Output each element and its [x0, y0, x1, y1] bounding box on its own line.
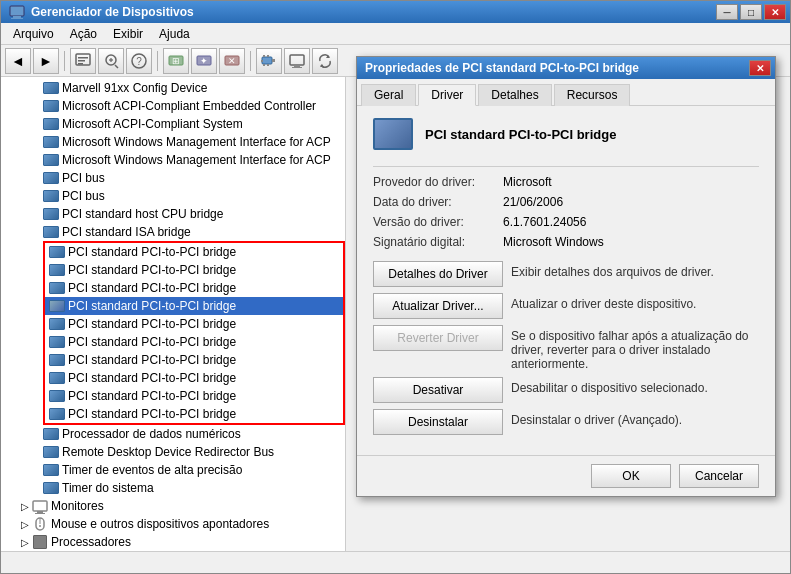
device-icon [43, 444, 59, 460]
tree-item-processadores[interactable]: ▷ Processadores [1, 533, 345, 551]
scan-button[interactable] [98, 48, 124, 74]
menu-acao[interactable]: Ação [62, 25, 105, 43]
main-title-bar: Gerenciador de Dispositivos ─ □ ✕ [1, 1, 790, 23]
tree-item-pci-bridge-2[interactable]: PCI standard PCI-to-PCI bridge [45, 261, 343, 279]
tree-item[interactable]: PCI bus [1, 187, 345, 205]
menu-arquivo[interactable]: Arquivo [5, 25, 62, 43]
expand-icon: ▷ [21, 519, 29, 530]
svg-rect-26 [290, 55, 304, 65]
tree-item-host-cpu-bridge[interactable]: PCI standard host CPU bridge [1, 205, 345, 223]
svg-text:✕: ✕ [228, 56, 236, 66]
tab-driver[interactable]: Driver [418, 84, 476, 106]
properties-button[interactable] [70, 48, 96, 74]
tree-item[interactable]: Microsoft ACPI-Compliant System [1, 115, 345, 133]
title-bar-controls: ─ □ ✕ [716, 4, 786, 20]
tree-item-pci-bridge-1[interactable]: PCI standard PCI-to-PCI bridge [45, 243, 343, 261]
tab-detalhes[interactable]: Detalhes [478, 84, 551, 106]
tree-item-mouse[interactable]: ▷ Mouse e outros dispositivos apontadore… [1, 515, 345, 533]
device-icon [43, 116, 59, 132]
device-icon [43, 188, 59, 204]
dialog-footer: OK Cancelar [357, 455, 775, 496]
device-icon [43, 224, 59, 240]
details-driver-button[interactable]: Detalhes do Driver [373, 261, 503, 287]
category-icon [32, 498, 48, 514]
button-row-revert: Reverter Driver Se o dispositivo falhar … [373, 325, 759, 371]
tree-item-monitores[interactable]: ▷ Monitores [1, 497, 345, 515]
cancel-button[interactable]: Cancelar [679, 464, 759, 488]
tree-item-timer-alta[interactable]: Timer de eventos de alta precisão [1, 461, 345, 479]
pci-bridge-group: PCI standard PCI-to-PCI bridge PCI stand… [43, 241, 345, 425]
svg-rect-24 [263, 64, 265, 66]
info-row-date: Data do driver: 21/06/2006 [373, 195, 759, 209]
tree-item-label: Microsoft Windows Management Interface f… [62, 135, 331, 149]
svg-rect-22 [263, 55, 265, 57]
tree-item-pci-bridge-9[interactable]: PCI standard PCI-to-PCI bridge [45, 387, 343, 405]
ok-button[interactable]: OK [591, 464, 671, 488]
svg-rect-27 [294, 65, 300, 67]
tab-geral[interactable]: Geral [361, 84, 416, 106]
svg-rect-20 [272, 59, 275, 62]
tree-item-isa-bridge[interactable]: PCI standard ISA bridge [1, 223, 345, 241]
refresh-button[interactable] [312, 48, 338, 74]
device-icon [49, 370, 65, 386]
dialog-content: PCI standard PCI-to-PCI bridge Provedor … [357, 106, 775, 455]
tree-item-pci-bridge-3[interactable]: PCI standard PCI-to-PCI bridge [45, 279, 343, 297]
svg-rect-23 [267, 55, 269, 57]
remove-button[interactable]: ✕ [219, 48, 245, 74]
dialog-device-name: PCI standard PCI-to-PCI bridge [425, 127, 616, 142]
tree-item-label: Mouse e outros dispositivos apontadores [51, 517, 269, 531]
tree-item-label: Microsoft ACPI-Compliant System [62, 117, 243, 131]
help-button[interactable]: ? [126, 48, 152, 74]
tree-item[interactable]: Microsoft Windows Management Interface f… [1, 151, 345, 169]
category-icon [32, 534, 48, 550]
tree-item-pci-bridge-4-selected[interactable]: PCI standard PCI-to-PCI bridge [45, 297, 343, 315]
tree-item-dados-numericos[interactable]: Processador de dados numéricos [1, 425, 345, 443]
tab-recursos[interactable]: Recursos [554, 84, 631, 106]
update-driver-button[interactable]: Atualizar Driver... [373, 293, 503, 319]
tree-item-label: Marvell 91xx Config Device [62, 81, 207, 95]
display-button[interactable] [284, 48, 310, 74]
device-tree[interactable]: Marvell 91xx Config Device Microsoft ACP… [1, 77, 346, 551]
tree-item-label: PCI standard ISA bridge [62, 225, 191, 239]
tree-item[interactable]: Marvell 91xx Config Device [1, 79, 345, 97]
tree-item-pci-bridge-6[interactable]: PCI standard PCI-to-PCI bridge [45, 333, 343, 351]
expand-icon: ▷ [21, 501, 29, 512]
tree-item-timer-sistema[interactable]: Timer do sistema [1, 479, 345, 497]
maximize-button[interactable]: □ [740, 4, 762, 20]
tree-item-label: PCI standard PCI-to-PCI bridge [68, 389, 236, 403]
tree-item-label: Timer do sistema [62, 481, 154, 495]
tree-item-pci-bridge-10[interactable]: PCI standard PCI-to-PCI bridge [45, 405, 343, 423]
tree-item[interactable]: Microsoft Windows Management Interface f… [1, 133, 345, 151]
tree-item-label: Timer de eventos de alta precisão [62, 463, 242, 477]
svg-rect-4 [78, 57, 88, 59]
properties-dialog: Propriedades de PCI standard PCI-to-PCI … [356, 56, 776, 497]
dialog-close-button[interactable]: ✕ [749, 60, 771, 76]
device-icon [43, 426, 59, 442]
close-button[interactable]: ✕ [764, 4, 786, 20]
tree-item[interactable]: PCI bus [1, 169, 345, 187]
hardware-button[interactable] [256, 48, 282, 74]
svg-rect-1 [13, 16, 21, 18]
update-button[interactable]: ⊞ [163, 48, 189, 74]
tree-item-pci-bridge-7[interactable]: PCI standard PCI-to-PCI bridge [45, 351, 343, 369]
tree-item-pci-bridge-8[interactable]: PCI standard PCI-to-PCI bridge [45, 369, 343, 387]
svg-rect-0 [10, 6, 24, 16]
menu-exibir[interactable]: Exibir [105, 25, 151, 43]
minimize-button[interactable]: ─ [716, 4, 738, 20]
tree-item-label: PCI standard PCI-to-PCI bridge [68, 407, 236, 421]
back-button[interactable]: ◄ [5, 48, 31, 74]
info-table: Provedor do driver: Microsoft Data do dr… [373, 175, 759, 249]
disable-device-button[interactable]: Desativar [373, 377, 503, 403]
tree-item-pci-bridge-5[interactable]: PCI standard PCI-to-PCI bridge [45, 315, 343, 333]
uninstall-driver-button[interactable]: Desinstalar [373, 409, 503, 435]
tree-item[interactable]: Microsoft ACPI-Compliant Embedded Contro… [1, 97, 345, 115]
menu-ajuda[interactable]: Ajuda [151, 25, 198, 43]
revert-driver-desc: Se o dispositivo falhar após a atualizaç… [511, 325, 759, 371]
device-icon [49, 244, 65, 260]
forward-button[interactable]: ► [33, 48, 59, 74]
tree-item-rdp-bus[interactable]: Remote Desktop Device Redirector Bus [1, 443, 345, 461]
separator [373, 166, 759, 167]
rollback-button[interactable]: ✦ [191, 48, 217, 74]
tree-item-label: PCI standard PCI-to-PCI bridge [68, 317, 236, 331]
revert-driver-button[interactable]: Reverter Driver [373, 325, 503, 351]
